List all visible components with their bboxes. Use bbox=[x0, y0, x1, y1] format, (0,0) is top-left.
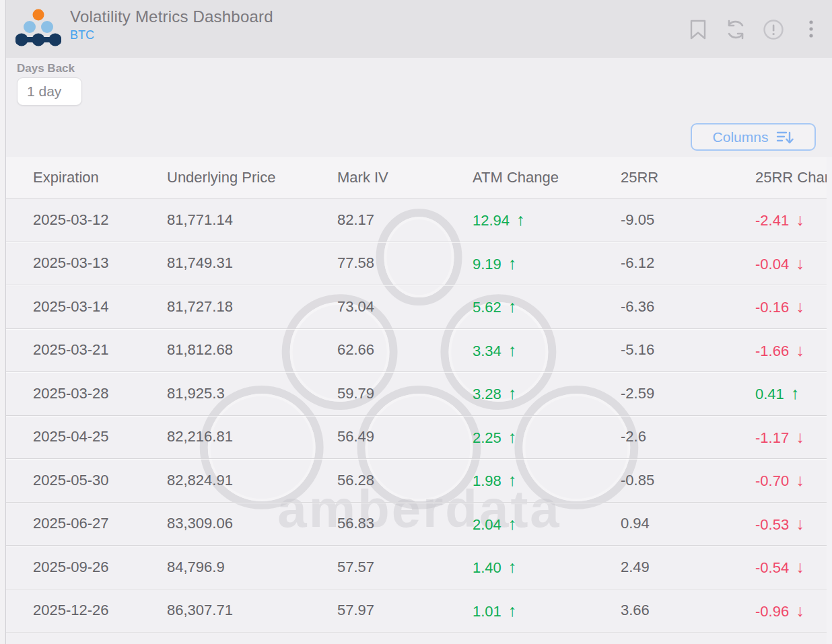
cell-25rr: -5.16 bbox=[621, 341, 755, 359]
column-header-mark-iv[interactable]: Mark IV bbox=[337, 169, 473, 186]
controls-bar: Days Back 1 day Columns bbox=[6, 58, 832, 157]
arrow-up-icon: ↑ bbox=[508, 514, 517, 534]
cell-atm-change: 3.28↑ bbox=[473, 384, 621, 403]
cell-mark-iv: 57.57 bbox=[337, 559, 473, 576]
cell-underlying-price: 83,309.06 bbox=[167, 515, 337, 532]
cell-expiration: 2025-03-13 bbox=[33, 254, 167, 272]
cell-expiration: 2025-03-28 bbox=[33, 385, 167, 402]
cell-25rr-change: -0.53↓ bbox=[755, 514, 832, 534]
cell-mark-iv: 57.97 bbox=[337, 602, 473, 619]
cell-atm-change: 1.01↑ bbox=[473, 601, 621, 620]
cell-underlying-price: 82,824.91 bbox=[167, 472, 337, 489]
column-sort-icon bbox=[776, 130, 794, 145]
columns-button[interactable]: Columns bbox=[691, 123, 816, 151]
cell-mark-iv: 59.79 bbox=[337, 385, 473, 402]
days-back-value: 1 day bbox=[27, 83, 61, 100]
table-row[interactable]: 2025-03-2181,812.6862.663.34↑-5.16-1.66↓ bbox=[6, 329, 832, 373]
cell-25rr-change: -0.70↓ bbox=[755, 470, 832, 490]
table-row[interactable]: 2025-03-1381,749.3177.589.19↑-6.12-0.04↓ bbox=[6, 242, 832, 286]
cell-mark-iv: 56.28 bbox=[337, 472, 473, 489]
column-header-25rr-change[interactable]: 25RR Change bbox=[755, 169, 832, 186]
asset-label: BTC bbox=[70, 28, 273, 42]
arrow-down-icon: ↓ bbox=[796, 557, 804, 577]
cell-expiration: 2025-03-14 bbox=[33, 298, 167, 316]
arrow-down-icon: ↓ bbox=[796, 514, 804, 534]
table-row[interactable]: 2025-03-1281,771.1482.1712.94↑-9.05-2.41… bbox=[6, 199, 832, 242]
cell-25rr-change: -1.66↓ bbox=[755, 341, 832, 360]
metrics-table: amberdata Expiration Underlying Price Ma… bbox=[6, 157, 832, 644]
refresh-icon[interactable] bbox=[724, 18, 747, 41]
cell-atm-change: 1.40↑ bbox=[473, 557, 621, 577]
cell-expiration: 2025-12-26 bbox=[33, 602, 167, 619]
cell-25rr: -2.59 bbox=[621, 385, 755, 402]
table-row[interactable]: 2025-05-3082,824.9156.281.98↑-0.85-0.70↓ bbox=[6, 459, 832, 503]
cell-25rr-change: 0.41↑ bbox=[755, 384, 832, 403]
days-back-label: Days Back bbox=[17, 62, 75, 75]
cell-mark-iv: 73.04 bbox=[337, 298, 473, 316]
header-actions bbox=[687, 18, 823, 41]
table-row[interactable]: 2025-03-2881,925.359.793.28↑-2.590.41↑ bbox=[6, 372, 832, 416]
kebab-menu-icon[interactable] bbox=[800, 18, 823, 41]
arrow-up-icon: ↑ bbox=[508, 427, 517, 447]
cell-25rr: -6.36 bbox=[621, 298, 755, 316]
cell-25rr-change: -0.16↓ bbox=[755, 297, 832, 316]
column-header-25rr[interactable]: 25RR bbox=[621, 169, 755, 186]
cell-atm-change: 1.98↑ bbox=[473, 470, 621, 490]
cell-mark-iv: 82.17 bbox=[337, 211, 473, 229]
cell-25rr: 3.66 bbox=[621, 602, 755, 619]
cell-25rr-change: -2.41↓ bbox=[755, 210, 832, 229]
table-row[interactable]: 2025-09-2684,796.957.571.40↑2.49-0.54↓ bbox=[6, 546, 832, 589]
cell-25rr: 2.49 bbox=[621, 559, 755, 576]
cell-atm-change: 3.34↑ bbox=[473, 341, 621, 360]
arrow-down-icon: ↓ bbox=[796, 210, 804, 229]
table-row[interactable]: 2025-12-2686,307.7157.971.01↑3.66-0.96↓ bbox=[6, 589, 832, 633]
amberdata-logo-icon bbox=[15, 8, 61, 47]
arrow-up-icon: ↑ bbox=[508, 254, 517, 273]
cell-expiration: 2025-06-27 bbox=[33, 515, 167, 532]
bookmark-icon[interactable] bbox=[687, 18, 709, 41]
arrow-down-icon: ↓ bbox=[796, 427, 804, 447]
cell-mark-iv: 56.83 bbox=[337, 515, 473, 532]
days-back-select[interactable]: 1 day bbox=[17, 77, 82, 106]
cell-25rr-change: -0.54↓ bbox=[755, 557, 832, 577]
arrow-up-icon: ↑ bbox=[516, 210, 525, 229]
alert-circle-icon[interactable] bbox=[762, 18, 785, 41]
table-row[interactable]: 2025-06-2783,309.0656.832.04↑0.94-0.53↓ bbox=[6, 503, 832, 546]
cell-underlying-price: 81,812.68 bbox=[167, 341, 337, 359]
arrow-up-icon: ↑ bbox=[508, 297, 517, 316]
cell-atm-change: 9.19↑ bbox=[473, 254, 621, 273]
column-header-expiration[interactable]: Expiration bbox=[33, 169, 167, 186]
cell-expiration: 2025-05-30 bbox=[33, 472, 167, 489]
arrow-up-icon: ↑ bbox=[508, 384, 517, 403]
column-header-atm-change[interactable]: ATM Change bbox=[473, 169, 621, 186]
cell-underlying-price: 81,727.18 bbox=[167, 298, 337, 316]
arrow-up-icon: ↑ bbox=[508, 470, 517, 490]
cell-25rr: 0.94 bbox=[621, 515, 755, 532]
cell-25rr-change: -1.17↓ bbox=[755, 427, 832, 447]
columns-button-label: Columns bbox=[713, 129, 769, 145]
cell-mark-iv: 56.49 bbox=[337, 428, 473, 445]
cell-underlying-price: 81,925.3 bbox=[167, 385, 337, 402]
cell-underlying-price: 86,307.71 bbox=[167, 602, 337, 619]
arrow-down-icon: ↓ bbox=[796, 254, 804, 273]
vertical-scrollbar[interactable] bbox=[827, 157, 832, 644]
cell-expiration: 2025-09-26 bbox=[33, 559, 167, 576]
arrow-up-icon: ↑ bbox=[508, 601, 517, 620]
cell-expiration: 2025-04-25 bbox=[33, 428, 167, 445]
cell-25rr: -6.12 bbox=[621, 254, 755, 272]
table-row[interactable]: 2025-03-1481,727.1873.045.62↑-6.36-0.16↓ bbox=[6, 285, 832, 329]
arrow-down-icon: ↓ bbox=[796, 297, 804, 316]
cell-25rr-change: -0.96↓ bbox=[755, 601, 832, 620]
table-row[interactable]: 2025-04-2582,216.8156.492.25↑-2.6-1.17↓ bbox=[6, 416, 832, 460]
column-header-underlying-price[interactable]: Underlying Price bbox=[167, 169, 337, 186]
cell-atm-change: 5.62↑ bbox=[473, 297, 621, 316]
arrow-up-icon: ↑ bbox=[508, 557, 517, 577]
cell-25rr: -9.05 bbox=[621, 211, 755, 229]
cell-underlying-price: 82,216.81 bbox=[167, 428, 337, 445]
arrow-down-icon: ↓ bbox=[796, 470, 804, 490]
cell-underlying-price: 81,749.31 bbox=[167, 254, 337, 272]
arrow-up-icon: ↑ bbox=[508, 341, 517, 360]
cell-mark-iv: 62.66 bbox=[337, 341, 473, 359]
table-header-row: Expiration Underlying Price Mark IV ATM … bbox=[6, 157, 832, 199]
cell-25rr: -2.6 bbox=[621, 428, 755, 445]
